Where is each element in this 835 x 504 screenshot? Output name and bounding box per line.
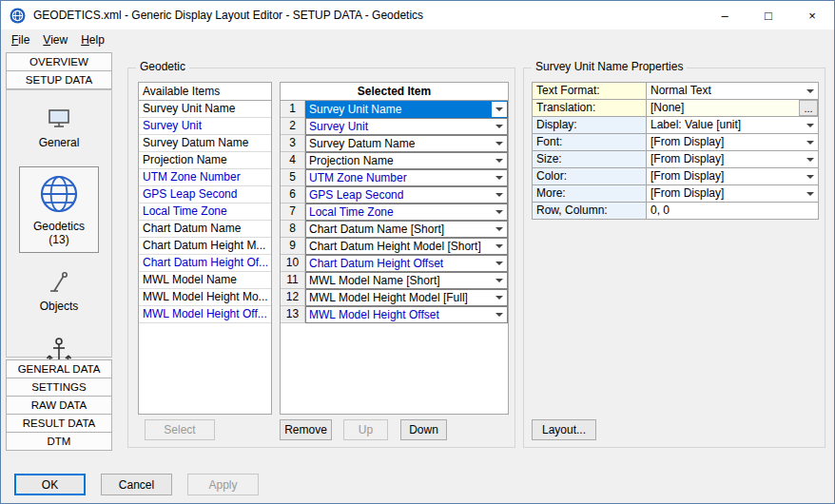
ok-button[interactable]: OK [14,474,86,495]
chevron-down-icon[interactable] [492,239,507,254]
property-value-text: [From Display] [647,151,803,167]
list-item[interactable]: UTM Zone Number [139,169,271,186]
sidebar-item-general[interactable]: General [19,100,99,156]
row-number: 3 [281,135,305,152]
sidebar-button-overview[interactable]: OVERVIEW [6,52,112,71]
sidebar-button-setup-data[interactable]: SETUP DATA [6,70,112,89]
sidebar-button-result-data[interactable]: RESULT DATA [6,414,112,433]
sidebar-item-label: Objects [40,300,79,313]
list-item[interactable]: Projection Name [139,152,271,169]
chevron-down-icon[interactable] [803,117,818,133]
selected-item-combo[interactable]: Local Time Zone [305,204,508,221]
property-value[interactable]: Normal Text [647,83,818,99]
sidebar-button-dtm[interactable]: DTM [6,432,112,451]
selected-item-combo[interactable]: MWL Model Height Model [Full] [305,289,508,306]
property-value[interactable]: 0, 0 [647,203,818,219]
ellipsis-button[interactable]: ... [799,100,818,116]
list-item[interactable]: Local Time Zone [139,204,271,221]
apply-button: Apply [187,474,259,495]
close-icon: × [808,10,816,22]
selected-rows: 1Survey Unit Name2Survey Unit3Survey Dat… [281,101,508,323]
row-number: 4 [281,152,305,169]
list-item[interactable]: Survey Datum Name [139,135,271,152]
list-item[interactable]: MWL Model Height Mo... [139,289,271,306]
close-button[interactable]: × [790,1,834,29]
selected-item-combo[interactable]: Survey Unit Name [305,101,508,118]
combo-value: MWL Model Height Model [Full] [306,290,492,305]
selected-row: 7Local Time Zone [281,204,508,221]
selected-item-header: Selected Item [281,83,508,101]
window: GEODETICS.xml - Generic Display Layout E… [0,0,835,504]
list-item[interactable]: Chart Datum Name [139,221,271,238]
chevron-down-icon[interactable] [803,83,818,99]
chevron-down-icon[interactable] [492,136,507,151]
selected-item-combo[interactable]: MWL Model Name [Short] [305,272,508,289]
chevron-down-icon[interactable] [492,273,507,288]
chevron-down-icon[interactable] [492,290,507,305]
selected-item-combo[interactable]: Survey Datum Name [305,135,508,152]
chevron-down-icon[interactable] [492,153,507,168]
down-button[interactable]: Down [400,419,447,440]
menu-help[interactable]: Help [74,30,111,49]
selected-item-combo[interactable]: MWL Model Height Offset [305,306,508,323]
chevron-down-icon[interactable] [492,204,507,220]
geodetic-group: Geodetic Available Items Survey Unit Nam… [127,68,515,448]
selected-row: 5UTM Zone Number [281,169,508,186]
menu-file[interactable]: File [5,30,36,49]
property-value[interactable]: [From Display] [647,185,818,202]
chevron-down-icon[interactable] [492,187,507,203]
list-item[interactable]: Survey Unit Name [139,101,271,118]
chevron-down-icon[interactable] [492,222,507,237]
chevron-down-icon[interactable] [803,151,818,167]
selected-item-combo[interactable]: Chart Datum Name [Short] [305,221,508,238]
chevron-down-icon[interactable] [492,307,507,322]
sidebar-item-objects[interactable]: Objects [19,263,99,320]
selected-item-combo[interactable]: Projection Name [305,152,508,169]
geodetic-group-title: Geodetic [136,60,189,73]
list-item[interactable]: Survey Unit [139,118,271,135]
property-value[interactable]: [From Display] [647,134,818,150]
combo-value: Projection Name [306,153,492,168]
selected-item-combo[interactable]: Chart Datum Height Offset [305,255,508,272]
chevron-down-icon[interactable] [803,134,818,150]
sidebar-button-general-data[interactable]: GENERAL DATA [6,359,112,378]
selected-item-combo[interactable]: GPS Leap Second [305,186,508,204]
maximize-button[interactable]: □ [747,1,790,29]
available-items-list[interactable]: Available Items Survey Unit NameSurvey U… [138,82,272,415]
chevron-down-icon[interactable] [492,256,507,271]
sidebar-item-geodetics[interactable]: Geodetics(13) [19,166,99,253]
property-value[interactable]: Label: Value [unit] [647,117,818,133]
chevron-down-icon[interactable] [492,170,507,185]
select-button: Select [145,419,215,440]
sidebar-button-settings[interactable]: SETTINGS [6,378,112,397]
property-value[interactable]: [None]... [647,100,818,116]
property-label: Size: [533,151,647,167]
property-label: Translation: [533,100,647,116]
list-item[interactable]: MWL Model Name [139,272,271,289]
chevron-down-icon[interactable] [492,119,507,134]
chevron-down-icon[interactable] [492,102,507,117]
property-value[interactable]: [From Display] [647,168,818,184]
property-row: Text Format:Normal Text [533,83,818,100]
row-number: 2 [281,118,305,135]
layout-button[interactable]: Layout... [532,419,596,440]
selected-item-combo[interactable]: UTM Zone Number [305,169,508,186]
property-label: Row, Column: [533,203,647,219]
menu-view[interactable]: View [36,30,74,49]
property-value[interactable]: [From Display] [647,151,818,167]
selected-item-combo[interactable]: Survey Unit [305,118,508,135]
chevron-down-icon[interactable] [803,185,818,202]
sidebar-button-raw-data[interactable]: RAW DATA [6,396,112,415]
globe-icon [38,173,80,215]
selected-item-combo[interactable]: Chart Datum Height Model [Short] [305,238,508,255]
minimize-button[interactable]: – [703,1,747,29]
list-item[interactable]: MWL Model Height Off... [139,306,271,323]
list-item[interactable]: Chart Datum Height Of... [139,255,271,272]
list-item[interactable]: GPS Leap Second [139,186,271,204]
cancel-button[interactable]: Cancel [101,474,172,495]
chevron-down-icon[interactable] [803,168,818,184]
selected-row: 8Chart Datum Name [Short] [281,221,508,238]
remove-button[interactable]: Remove [280,419,332,440]
list-item[interactable]: Chart Datum Height M... [139,238,271,255]
title-bar: GEODETICS.xml - Generic Display Layout E… [1,1,834,29]
